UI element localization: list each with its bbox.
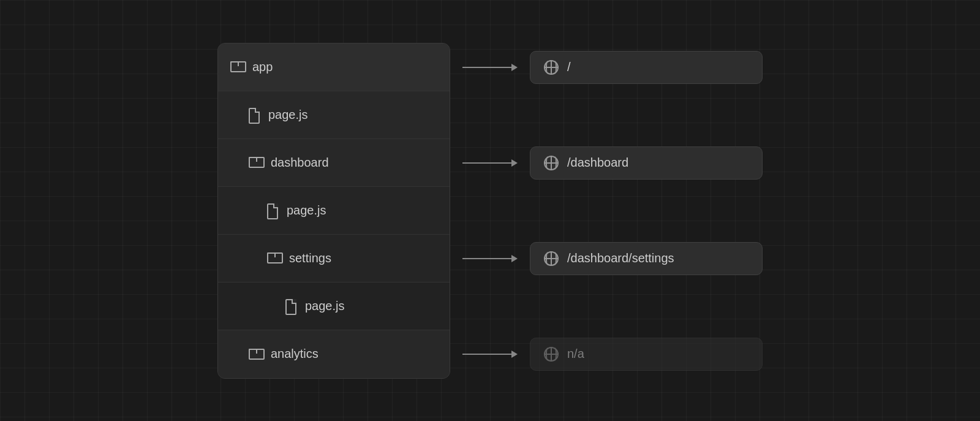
arrow-line-body bbox=[462, 354, 511, 355]
tree-label-dashboard-page: page.js bbox=[287, 203, 326, 218]
arrowhead bbox=[511, 159, 518, 167]
folder-icon bbox=[267, 252, 281, 264]
globe-icon-analytics bbox=[544, 347, 559, 362]
arrowhead bbox=[511, 255, 518, 262]
folder-icon bbox=[249, 349, 262, 360]
tree-row-settings-page[interactable]: page.js bbox=[218, 283, 450, 330]
route-path-settings: /dashboard/settings bbox=[567, 251, 674, 265]
arrow-slot-empty-1 bbox=[450, 91, 530, 139]
arrow-slot-app bbox=[450, 44, 530, 91]
tree-label-settings-page: page.js bbox=[305, 299, 345, 313]
globe-icon-settings bbox=[544, 251, 559, 266]
arrow-slot-empty-2 bbox=[450, 187, 530, 235]
tree-row-settings[interactable]: settings bbox=[218, 235, 450, 283]
tree-row-app-page[interactable]: page.js bbox=[218, 91, 450, 139]
route-slot-empty-1 bbox=[530, 91, 763, 139]
tree-label-app-page: page.js bbox=[268, 108, 308, 122]
route-slot-settings: /dashboard/settings bbox=[530, 235, 763, 283]
route-badge-analytics: n/a bbox=[530, 338, 763, 371]
tree-label-analytics: analytics bbox=[271, 347, 318, 361]
tree-row-dashboard[interactable]: dashboard bbox=[218, 139, 450, 187]
diagram: app page.js dashboard page.js settings p… bbox=[217, 43, 763, 379]
arrowhead bbox=[511, 64, 518, 71]
arrow-slot-empty-3 bbox=[450, 283, 530, 330]
arrow-line-body bbox=[462, 258, 511, 259]
file-icon bbox=[267, 203, 278, 217]
file-tree: app page.js dashboard page.js settings p… bbox=[217, 43, 450, 379]
file-icon bbox=[249, 108, 260, 121]
route-badge-root: / bbox=[530, 51, 763, 84]
route-slot-root: / bbox=[530, 44, 763, 91]
route-path-root: / bbox=[567, 60, 571, 74]
arrow-slot-settings bbox=[450, 235, 530, 283]
folder-icon bbox=[230, 61, 244, 72]
arrow-line bbox=[462, 159, 518, 167]
route-slot-analytics: n/a bbox=[530, 330, 763, 378]
folder-icon bbox=[249, 157, 262, 168]
tree-row-dashboard-page[interactable]: page.js bbox=[218, 187, 450, 235]
routes-column: / /dashboard bbox=[530, 44, 763, 378]
arrow-line bbox=[462, 351, 518, 358]
tree-row-app[interactable]: app bbox=[218, 44, 450, 91]
arrows-column bbox=[450, 44, 530, 378]
route-slot-empty-2 bbox=[530, 187, 763, 235]
arrow-line bbox=[462, 255, 518, 262]
route-path-analytics: n/a bbox=[567, 347, 584, 361]
route-badge-dashboard: /dashboard bbox=[530, 146, 763, 180]
arrow-slot-analytics bbox=[450, 330, 530, 378]
route-slot-empty-3 bbox=[530, 283, 763, 330]
globe-icon-dashboard bbox=[544, 156, 559, 170]
arrow-line bbox=[462, 64, 518, 71]
arrow-line-body bbox=[462, 67, 511, 68]
tree-label-app: app bbox=[252, 60, 273, 74]
tree-label-settings: settings bbox=[289, 251, 331, 265]
route-path-dashboard: /dashboard bbox=[567, 156, 628, 170]
route-badge-settings: /dashboard/settings bbox=[530, 242, 763, 275]
globe-icon-root bbox=[544, 60, 559, 75]
route-slot-dashboard: /dashboard bbox=[530, 139, 763, 187]
arrowhead bbox=[511, 351, 518, 358]
tree-row-analytics[interactable]: analytics bbox=[218, 330, 450, 378]
arrow-slot-dashboard bbox=[450, 139, 530, 187]
arrow-line-body bbox=[462, 162, 511, 164]
tree-label-dashboard: dashboard bbox=[271, 156, 329, 170]
file-icon bbox=[285, 299, 296, 313]
